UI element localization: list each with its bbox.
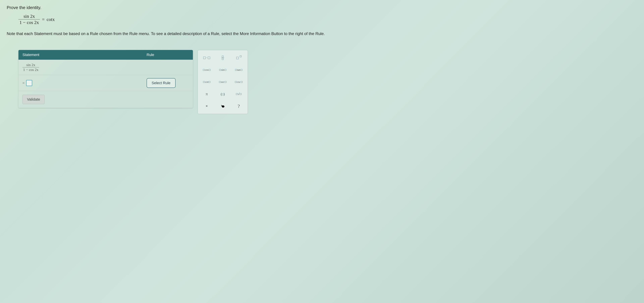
identity-equation: sin 2x 1 − cos 2x = cotx xyxy=(18,14,55,25)
instructions-block: Prove the identity. sin 2x 1 − cos 2x = … xyxy=(7,5,637,36)
placeholder-icon xyxy=(209,81,210,83)
placeholder-icon xyxy=(240,56,242,57)
rule-2: Select Rule xyxy=(142,75,193,91)
palette-sqrt[interactable]: √ xyxy=(232,89,246,100)
placeholder-icon xyxy=(203,69,204,71)
instructions-note: Note that each Statement must be based o… xyxy=(7,31,637,36)
placeholder-icon xyxy=(240,93,242,95)
palette-sec[interactable]: sec xyxy=(215,77,230,87)
palette-fraction[interactable] xyxy=(215,52,230,63)
palette-cos[interactable]: cos xyxy=(200,64,214,75)
equation-denominator: 1 − cos 2x xyxy=(18,19,40,25)
palette-sin[interactable]: sin xyxy=(215,64,230,75)
panel-header: Statement Rule xyxy=(18,50,193,60)
placeholder-icon xyxy=(203,57,206,59)
placeholder-icon xyxy=(222,94,224,95)
equation-rhs: cotx xyxy=(46,17,55,22)
header-rule: Rule xyxy=(142,50,193,60)
statement-2: = xyxy=(18,77,142,89)
placeholder-icon xyxy=(209,69,210,71)
main-row: Statement Rule sin 2x 1 − cos 2x = Selec… xyxy=(7,50,637,114)
palette-help[interactable]: ? xyxy=(232,101,246,112)
palette-pi[interactable]: π xyxy=(200,89,214,100)
statement-1-denominator: 1 − cos 2x xyxy=(22,67,39,72)
palette-csc[interactable]: csc xyxy=(232,77,246,87)
placeholder-icon xyxy=(203,81,205,83)
placeholder-icon xyxy=(219,69,221,71)
instructions-title: Prove the identity. xyxy=(7,5,637,10)
symbol-palette: · cos sin xyxy=(198,50,248,114)
help-icon: ? xyxy=(238,103,240,109)
placeholder-icon xyxy=(235,69,237,71)
placeholder-icon xyxy=(235,81,237,83)
palette-clear[interactable]: × xyxy=(200,101,214,112)
palette-exponent[interactable] xyxy=(232,52,246,63)
placeholder-icon xyxy=(225,81,226,83)
rule-1 xyxy=(142,64,193,70)
placeholder-icon xyxy=(236,57,239,59)
placeholder-icon xyxy=(222,56,224,57)
validate-button[interactable]: Validate xyxy=(22,95,44,104)
validate-row: Validate xyxy=(18,91,193,108)
close-icon: × xyxy=(206,104,208,108)
statement-input[interactable] xyxy=(26,80,32,86)
equation-equals: = xyxy=(42,17,44,22)
palette-tan[interactable]: tan xyxy=(232,64,246,75)
proof-row-1: sin 2x 1 − cos 2x xyxy=(18,60,193,75)
proof-row-2: = Select Rule xyxy=(18,75,193,91)
equation-numerator: sin 2x xyxy=(22,14,36,19)
statement-1-numerator: sin 2x xyxy=(26,63,36,67)
undo-icon xyxy=(220,104,225,108)
palette-cot[interactable]: cot xyxy=(200,77,214,87)
header-statement: Statement xyxy=(18,50,142,60)
placeholder-icon xyxy=(241,69,242,71)
placeholder-icon xyxy=(241,81,242,83)
placeholder-icon xyxy=(224,69,226,71)
placeholder-icon xyxy=(219,81,221,83)
palette-multiply[interactable]: · xyxy=(200,52,214,63)
statement-1: sin 2x 1 − cos 2x xyxy=(18,60,142,75)
statement-2-equals: = xyxy=(22,81,24,85)
equation-lhs-fraction: sin 2x 1 − cos 2x xyxy=(18,14,40,25)
proof-panel: Statement Rule sin 2x 1 − cos 2x = Selec… xyxy=(18,50,193,108)
placeholder-icon xyxy=(208,57,210,59)
placeholder-icon xyxy=(236,93,238,95)
statement-1-fraction: sin 2x 1 − cos 2x xyxy=(22,63,39,72)
palette-undo[interactable] xyxy=(215,101,230,112)
placeholder-icon xyxy=(222,58,224,60)
select-rule-button[interactable]: Select Rule xyxy=(146,78,176,88)
palette-parentheses[interactable]: () xyxy=(215,89,230,100)
